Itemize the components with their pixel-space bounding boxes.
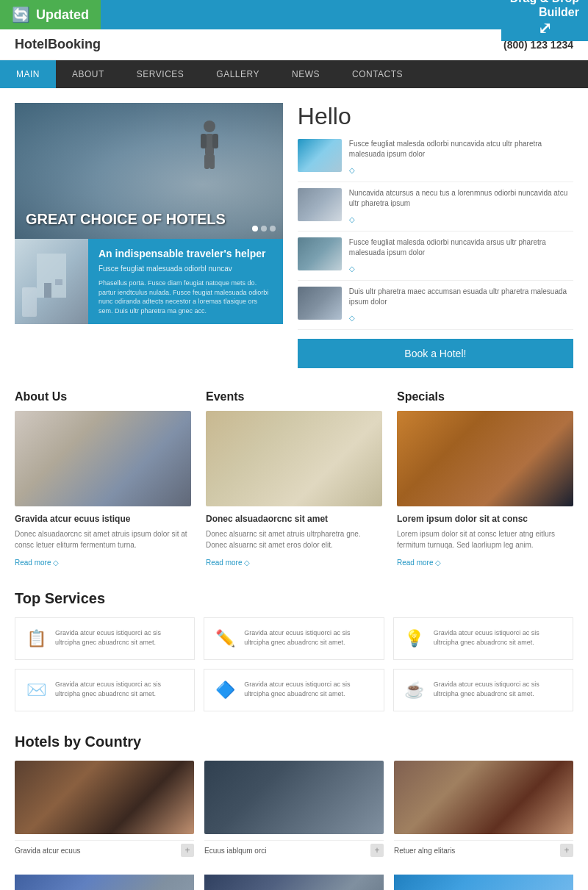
site-logo: HotelBooking bbox=[15, 37, 101, 52]
svg-rect-3 bbox=[212, 134, 218, 148]
hotel-plus-icon-1[interactable]: + bbox=[181, 844, 194, 857]
hotel-bottom-3 bbox=[394, 875, 573, 890]
service-icon-5: 🔷 bbox=[215, 680, 235, 700]
hotel-footer-1: Gravida atcur ecuus + bbox=[15, 840, 194, 860]
hello-item-text-4: Duis ultr pharetra maec accumsan esuada … bbox=[349, 287, 573, 323]
service-desc-6: Gravida atcur ecuus istiquorci ac sis ul… bbox=[434, 680, 562, 698]
updated-label: Updated bbox=[36, 7, 89, 23]
about-us-text: Donec alsuadaorcnc sit amet atruis ipsum… bbox=[15, 528, 191, 550]
hello-items-list: Fusce feugliat malesda odlorbi nuncavida… bbox=[298, 139, 573, 330]
events-text: Donec alsuarnc sit amet atruis ultrphare… bbox=[206, 528, 382, 550]
top-services-section: Top Services 📋 Gravida atcur ecuus istiq… bbox=[0, 583, 588, 726]
main-nav: MAIN ABOUT SERVICES GALLERY NEWS CONTACT… bbox=[0, 60, 588, 88]
hotel-card-3: Retuer alng elitaris + bbox=[394, 761, 573, 860]
hotel-image-3 bbox=[394, 761, 573, 834]
hero-sub-desc: Fusce feugliat malesuada odiorbl nuncav bbox=[98, 264, 273, 274]
book-hotel-button[interactable]: Book a Hotel! bbox=[298, 339, 573, 368]
service-text-4: Gravida atcur ecuus istiquorci ac sis ul… bbox=[55, 680, 184, 698]
hotel-bottom-image-1 bbox=[15, 875, 194, 890]
three-col-section: About Us Gravida atcur ecuus istique Don… bbox=[0, 383, 588, 583]
svg-rect-8 bbox=[55, 279, 62, 285]
nav-item-services[interactable]: SERVICES bbox=[121, 60, 200, 88]
service-icon-1: 📋 bbox=[26, 628, 46, 649]
about-us-image bbox=[15, 411, 191, 506]
specials-image bbox=[397, 411, 573, 506]
service-icon-6: ☕ bbox=[404, 680, 425, 700]
hotel-footer-2: Ecuus iablqum orci + bbox=[204, 840, 384, 860]
drag-drop-label: Drag & DropBuilder bbox=[510, 0, 579, 18]
hero-slider-image: GREAT CHOICE OF HOTELS bbox=[15, 103, 283, 239]
hotel-name-1: Gravida atcur ecuus bbox=[15, 847, 81, 855]
hotels-grid: Gravida atcur ecuus + Ecuus iablqum orci… bbox=[15, 761, 573, 860]
nav-item-about[interactable]: ABOUT bbox=[56, 60, 121, 88]
service-text-1: Gravida atcur ecuus istiquorci ac sis ul… bbox=[55, 628, 184, 647]
hero-section: GREAT CHOICE OF HOTELS An indispensable … bbox=[15, 103, 283, 368]
service-text-3: Gravida atcur ecuus istiquorci ac sis ul… bbox=[434, 628, 562, 647]
nav-item-main[interactable]: MAIN bbox=[0, 60, 56, 88]
service-icon-3: 💡 bbox=[404, 628, 425, 649]
services-grid: 📋 Gravida atcur ecuus istiquorci ac sis … bbox=[15, 617, 573, 711]
hotel-bottom-1 bbox=[15, 875, 194, 890]
hotels-bottom-row bbox=[0, 875, 588, 890]
hello-item: Fusce feugliat malesda odiorbi nuncavida… bbox=[298, 237, 573, 281]
service-desc-5: Gravida atcur ecuus istiquorci ac sis ul… bbox=[244, 680, 373, 698]
drag-drop-arrows-icon: ⤢ bbox=[510, 19, 579, 38]
hotel-plus-icon-2[interactable]: + bbox=[370, 844, 384, 857]
service-desc-1: Gravida atcur ecuus istiquorci ac sis ul… bbox=[55, 628, 184, 647]
hello-item-text-2: Nuncavida atcursus a necu tus a lorenmnu… bbox=[349, 188, 573, 225]
events-heading: Donec alsuadaorcnc sit amet bbox=[206, 514, 382, 524]
drag-drop-badge: Drag & DropBuilder ⤢ bbox=[501, 0, 588, 41]
main-content-area: GREAT CHOICE OF HOTELS An indispensable … bbox=[0, 88, 588, 383]
service-icon-2: ✏️ bbox=[215, 628, 235, 649]
about-us-read-more[interactable]: Read more ◇ bbox=[15, 559, 59, 567]
dot-1[interactable] bbox=[252, 226, 258, 232]
hello-item-image-3 bbox=[298, 237, 342, 270]
service-desc-2: Gravida atcur ecuus istiquorci ac sis ul… bbox=[244, 628, 373, 647]
svg-rect-4 bbox=[204, 154, 209, 169]
nav-item-contacts[interactable]: CONTACTS bbox=[336, 60, 419, 88]
hello-item-image-2 bbox=[298, 188, 342, 221]
dot-2[interactable] bbox=[261, 226, 267, 232]
hotel-bottom-2 bbox=[204, 875, 384, 890]
hero-slider-text: GREAT CHOICE OF HOTELS bbox=[26, 210, 226, 228]
service-card-3: 💡 Gravida atcur ecuus istiquorci ac sis … bbox=[393, 617, 573, 660]
hello-item-desc-4: Duis ultr pharetra maec accumsan esuada … bbox=[349, 287, 573, 307]
nav-item-gallery[interactable]: GALLERY bbox=[200, 60, 276, 88]
hello-item-more-2[interactable]: ◇ bbox=[349, 215, 355, 223]
hello-item-desc-2: Nuncavida atcursus a necu tus a lorenmnu… bbox=[349, 188, 573, 209]
specials-title: Specials bbox=[397, 390, 573, 403]
service-card-6: ☕ Gravida atcur ecuus istiquorci ac sis … bbox=[393, 669, 573, 711]
hello-item-more-4[interactable]: ◇ bbox=[349, 314, 355, 322]
svg-point-0 bbox=[204, 121, 215, 132]
about-us-title: About Us bbox=[15, 390, 191, 403]
service-desc-3: Gravida atcur ecuus istiquorci ac sis ul… bbox=[434, 628, 562, 647]
hello-item: Fusce feugliat malesda odlorbi nuncavida… bbox=[298, 139, 573, 182]
service-text-2: Gravida atcur ecuus istiquorci ac sis ul… bbox=[244, 628, 373, 647]
hero-sub-text: An indispensable traveler's helper Fusce… bbox=[88, 239, 283, 324]
specials-col: Specials Lorem ipsum dolor sit at consc … bbox=[397, 390, 573, 568]
hello-item-more-1[interactable]: ◇ bbox=[349, 166, 355, 174]
events-image bbox=[206, 411, 382, 506]
hello-item-text-1: Fusce feugliat malesda odlorbi nuncavida… bbox=[349, 139, 573, 176]
events-read-more[interactable]: Read more ◇ bbox=[206, 559, 250, 567]
updated-badge: 🔄 Updated bbox=[0, 0, 101, 29]
hotel-plus-icon-3[interactable]: + bbox=[560, 844, 573, 857]
hello-item: Nuncavida atcursus a necu tus a lorenmnu… bbox=[298, 188, 573, 232]
hello-item-desc-3: Fusce feugliat malesda odiorbi nuncavida… bbox=[349, 237, 573, 258]
events-col: Events Donec alsuadaorcnc sit amet Donec… bbox=[206, 390, 382, 568]
svg-rect-2 bbox=[201, 134, 207, 148]
hotel-image-2 bbox=[204, 761, 384, 834]
dot-3[interactable] bbox=[270, 226, 276, 232]
hotel-name-2: Ecuus iablqum orci bbox=[204, 847, 266, 855]
service-text-5: Gravida atcur ecuus istiquorci ac sis ul… bbox=[244, 680, 373, 698]
hotel-image-1 bbox=[15, 761, 194, 834]
hello-item-more-3[interactable]: ◇ bbox=[349, 265, 355, 273]
slider-dots[interactable] bbox=[252, 226, 276, 232]
specials-read-more[interactable]: Read more ◇ bbox=[397, 559, 441, 567]
about-us-heading: Gravida atcur ecuus istique bbox=[15, 514, 191, 524]
nav-item-news[interactable]: NEWS bbox=[276, 60, 336, 88]
service-card-5: 🔷 Gravida atcur ecuus istiquorci ac sis … bbox=[204, 669, 384, 711]
hotel-bottom-image-2 bbox=[204, 875, 384, 890]
hello-item-desc-1: Fusce feugliat malesda odlorbi nuncavida… bbox=[349, 139, 573, 159]
specials-heading: Lorem ipsum dolor sit at consc bbox=[397, 514, 573, 524]
